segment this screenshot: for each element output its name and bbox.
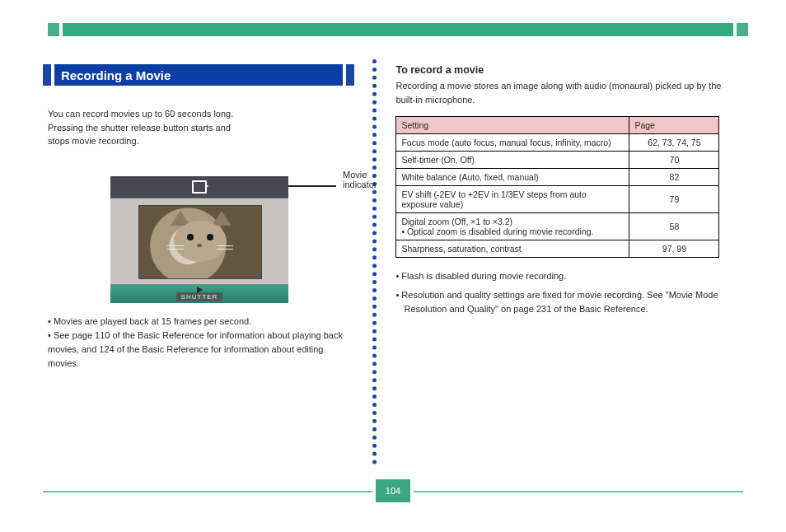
setting-cell: EV shift (-2EV to +2EV in 1/3EV steps fr…	[396, 186, 629, 213]
settings-header-page: Page	[629, 117, 719, 134]
page-cell: 70	[629, 152, 719, 169]
page-number: 104	[372, 476, 414, 506]
column-divider	[372, 59, 377, 464]
table-row: White balance (Auto, fixed, manual) 82	[396, 169, 719, 186]
table-row: Digital zoom (Off, ×1 to ×3.2) • Optical…	[396, 213, 719, 240]
movie-indicator-callout: Movie indicator	[343, 170, 377, 189]
left-note-2: • See page 110 of the Basic Reference fo…	[48, 329, 344, 371]
table-row: EV shift (-2EV to +2EV in 1/3EV steps fr…	[396, 186, 719, 213]
section-heading-text: Recording a Movie	[54, 64, 343, 86]
right-column: To record a movie Recording a movie stor…	[395, 64, 743, 371]
page-top-rule	[48, 23, 748, 36]
page-footer: 104	[43, 476, 743, 506]
left-note-1: • Movies are played back at 15 frames pe…	[48, 315, 344, 329]
table-row: Self-timer (On, Off) 70	[396, 152, 719, 169]
right-note-2: • Resolution and quality settings are fi…	[395, 288, 743, 316]
section-heading: Recording a Movie	[43, 64, 354, 86]
page-cell: 97, 99	[629, 240, 719, 258]
setting-cell: White balance (Auto, fixed, manual)	[396, 169, 629, 186]
lcd-preview	[110, 198, 288, 284]
page-cell: 62, 73, 74, 75	[629, 134, 719, 152]
setting-cell: Digital zoom (Off, ×1 to ×3.2) • Optical…	[396, 213, 629, 240]
right-notes: • Flash is disabled during movie recordi…	[395, 269, 743, 316]
right-note-1: • Flash is disabled during movie recordi…	[395, 269, 743, 283]
intro-line-3: stops movie recording.	[48, 136, 139, 146]
left-column: Recording a Movie You can record movies …	[43, 64, 354, 371]
movie-indicator-icon	[192, 180, 207, 194]
page-cell: 79	[629, 186, 719, 213]
lcd-top-bar	[110, 176, 288, 198]
intro-line-1: You can record movies up to 60 seconds l…	[48, 109, 233, 119]
page-cell: 58	[629, 213, 719, 240]
lcd-bottom-bar: SHUTTER	[110, 284, 288, 303]
play-icon	[197, 287, 203, 293]
table-row: Sharpness, saturation, contrast 97, 99	[396, 240, 719, 258]
settings-header-setting: Setting	[396, 117, 629, 134]
right-intro: Recording a movie stores an image along …	[395, 79, 743, 106]
setting-cell: Focus mode (auto focus, manual focus, in…	[396, 134, 629, 152]
lcd-figure: Movie indicator	[110, 176, 354, 303]
settings-table: Setting Page Focus mode (auto focus, man…	[395, 116, 719, 258]
left-notes: • Movies are played back at 15 frames pe…	[43, 315, 354, 371]
intro-paragraph: You can record movies up to 60 seconds l…	[43, 107, 354, 148]
setting-cell: Sharpness, saturation, contrast	[396, 240, 629, 258]
table-row: Focus mode (auto focus, manual focus, in…	[396, 134, 719, 152]
page-cell: 82	[629, 169, 719, 186]
setting-cell: Self-timer (On, Off)	[396, 152, 629, 169]
intro-line-2: Pressing the shutter release button star…	[48, 123, 231, 133]
subheading: To record a movie	[395, 64, 743, 76]
shutter-label: SHUTTER	[176, 292, 223, 301]
